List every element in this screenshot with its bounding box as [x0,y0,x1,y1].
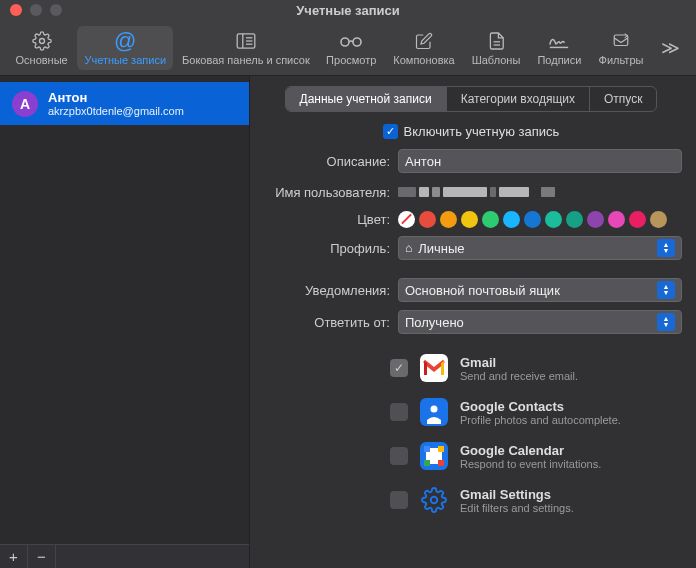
service-row: Gmail SettingsEdit filters and settings. [260,478,682,522]
reply-select[interactable]: Получено ▲▼ [398,310,682,334]
color-swatch[interactable] [587,211,604,228]
svg-point-13 [431,406,438,413]
color-swatch[interactable] [524,211,541,228]
toolbar-overflow-icon[interactable]: ≫ [653,29,688,67]
profile-label: Профиль: [260,241,390,256]
signature-icon [548,30,570,52]
row-profile: Профиль: ⌂ Личные ▲▼ [260,236,682,260]
enable-account-label: Включить учетную запись [404,124,560,139]
toolbar-label: Основные [16,54,68,66]
at-icon: @ [114,30,136,52]
content: A Антон akrzpbx0tdenle@gmail.com + − Дан… [0,76,696,568]
compose-icon [415,30,433,52]
service-checkbox[interactable] [390,447,408,465]
window: Учетные записи Основные @ Учетные записи… [0,0,696,568]
toolbar-label: Подписи [537,54,581,66]
color-swatch[interactable] [419,211,436,228]
color-swatch[interactable] [440,211,457,228]
sidebar-list-icon [236,30,256,52]
chevron-updown-icon: ▲▼ [657,281,675,299]
sidebar-footer: + − [0,544,249,568]
gear-icon [32,30,52,52]
color-swatch[interactable] [650,211,667,228]
remove-account-button[interactable]: − [28,545,56,569]
file-icon [488,30,504,52]
color-swatch[interactable] [503,211,520,228]
service-icon [420,398,448,426]
username-redacted [398,181,682,203]
service-title: Google Contacts [460,399,621,414]
color-swatch[interactable] [545,211,562,228]
svg-point-0 [39,38,44,43]
account-email: akrzpbx0tdenle@gmail.com [48,105,184,117]
service-row: ✓GmailSend and receive email. [260,346,682,390]
description-label: Описание: [260,154,390,169]
svg-rect-19 [438,446,444,452]
svg-rect-16 [438,460,444,466]
window-title: Учетные записи [0,3,696,18]
svg-rect-17 [424,460,430,466]
color-swatch[interactable] [482,211,499,228]
services-list: ✓GmailSend and receive email.Google Cont… [260,346,682,522]
service-title: Gmail Settings [460,487,574,502]
service-icon [420,442,448,470]
filter-icon [612,30,630,52]
row-notifications: Уведомления: Основной почтовый ящик ▲▼ [260,278,682,302]
row-description: Описание: [260,149,682,173]
svg-point-20 [431,497,438,504]
row-color: Цвет: [260,211,682,228]
service-desc: Send and receive email. [460,370,578,382]
reply-value: Получено [405,315,464,330]
service-title: Google Calendar [460,443,601,458]
toolbar-label: Шаблоны [472,54,521,66]
main-panel: Данные учетной записи Категории входящих… [250,76,696,568]
tab-account-details[interactable]: Данные учетной записи [286,87,447,111]
toolbar-filters[interactable]: Фильтры [591,26,651,70]
toolbar-label: Учетные записи [84,54,166,66]
notifications-label: Уведомления: [260,283,390,298]
avatar: A [12,91,38,117]
tab-vacation[interactable]: Отпуск [590,87,656,111]
service-checkbox[interactable] [390,491,408,509]
toolbar-accounts[interactable]: @ Учетные записи [77,26,173,70]
service-text: GmailSend and receive email. [460,355,578,382]
color-picker [398,211,682,228]
service-row: Google CalendarRespond to event invitati… [260,434,682,478]
enable-account-checkbox[interactable]: ✓ [383,124,398,139]
service-text: Google CalendarRespond to event invitati… [460,443,601,470]
tab-inbox-categories[interactable]: Категории входящих [447,87,590,111]
service-title: Gmail [460,355,578,370]
account-row[interactable]: A Антон akrzpbx0tdenle@gmail.com [0,82,249,125]
color-swatch[interactable] [566,211,583,228]
color-swatch[interactable] [629,211,646,228]
profile-value: Личные [418,241,464,256]
toolbar-label: Компоновка [393,54,454,66]
service-row: Google ContactsProfile photos and autoco… [260,390,682,434]
toolbar-signatures[interactable]: Подписи [530,26,589,70]
toolbar-composing[interactable]: Компоновка [386,26,462,70]
description-input[interactable] [398,149,682,173]
glasses-icon [339,30,363,52]
svg-point-6 [341,38,349,46]
toolbar-general[interactable]: Основные [8,26,75,70]
color-swatch[interactable] [461,211,478,228]
service-desc: Respond to event invitations. [460,458,601,470]
home-icon: ⌂ [405,241,412,255]
service-checkbox[interactable] [390,403,408,421]
toolbar-templates[interactable]: Шаблоны [464,26,528,70]
color-swatch[interactable] [398,211,415,228]
profile-select[interactable]: ⌂ Личные ▲▼ [398,236,682,260]
enable-account-row: ✓ Включить учетную запись [260,124,682,139]
accounts-list: A Антон akrzpbx0tdenle@gmail.com [0,76,249,544]
row-username: Имя пользователя: [260,181,682,203]
color-swatch[interactable] [608,211,625,228]
chevron-updown-icon: ▲▼ [657,313,675,331]
toolbar-sidebar-list[interactable]: Боковая панель и список [175,26,316,70]
service-checkbox[interactable]: ✓ [390,359,408,377]
color-label: Цвет: [260,212,390,227]
account-name: Антон [48,90,184,105]
toolbar-viewing[interactable]: Просмотр [319,26,384,70]
notifications-select[interactable]: Основной почтовый ящик ▲▼ [398,278,682,302]
add-account-button[interactable]: + [0,545,28,569]
chevron-updown-icon: ▲▼ [657,239,675,257]
